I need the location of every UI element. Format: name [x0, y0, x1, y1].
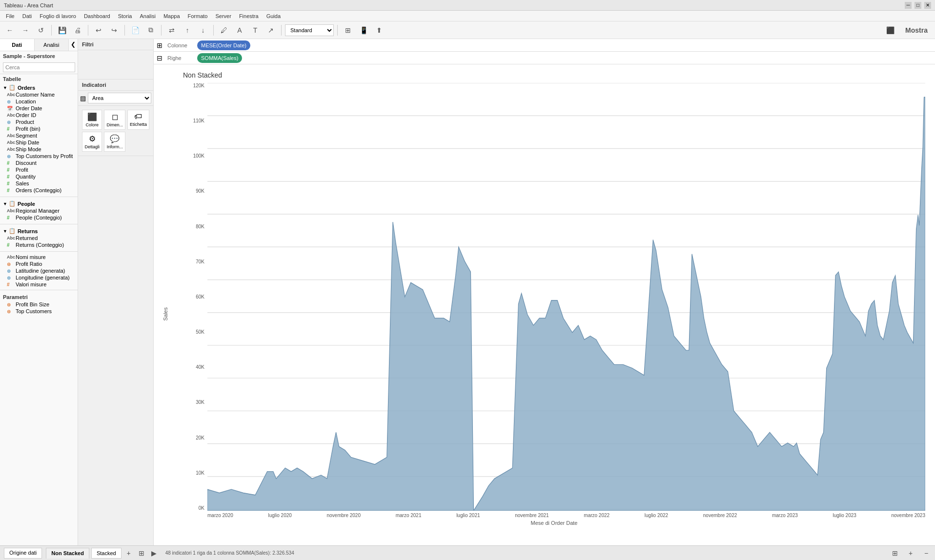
- dimensione-button[interactable]: ◻ Dimen...: [104, 110, 125, 130]
- fit-button[interactable]: ⊞: [341, 23, 355, 37]
- param-icon: ⊛: [7, 302, 14, 307]
- field-order-id[interactable]: Abc Order ID: [0, 112, 78, 119]
- divider-1: [0, 197, 78, 197]
- field-returns-count[interactable]: # Returns (Conteggio): [0, 241, 78, 248]
- zoom-out-button[interactable]: −: [919, 546, 933, 560]
- field-sales[interactable]: # Sales: [0, 180, 78, 187]
- redo-button[interactable]: ↪: [107, 23, 121, 37]
- dettagli-button[interactable]: ⚙ Dettagli: [82, 132, 102, 152]
- date-icon: 📅: [7, 106, 14, 111]
- menu-file[interactable]: File: [2, 12, 19, 20]
- field-profit-bin[interactable]: # Profit (bin): [0, 125, 78, 132]
- menu-guida[interactable]: Guida: [263, 12, 285, 20]
- back-button[interactable]: ←: [3, 23, 17, 37]
- menu-foglio[interactable]: Foglio di lavoro: [36, 12, 80, 20]
- menu-storia[interactable]: Storia: [114, 12, 136, 20]
- field-latitudine[interactable]: ⊕ Latitudine (generata): [0, 267, 78, 274]
- field-customer-name[interactable]: Abc Customer Name: [0, 91, 78, 98]
- swap-button[interactable]: ⇄: [165, 23, 179, 37]
- mark-type-dropdown[interactable]: Area: [88, 93, 151, 103]
- menu-finestra[interactable]: Finestra: [235, 12, 263, 20]
- field-ship-mode[interactable]: Abc Ship Mode: [0, 146, 78, 153]
- save-button[interactable]: 💾: [55, 23, 69, 37]
- y-tick: 90K: [196, 188, 204, 194]
- field-regional-manager[interactable]: Abc Regional Manager: [0, 207, 78, 214]
- colore-button[interactable]: ⬛ Colore: [82, 110, 102, 130]
- view-dropdown[interactable]: Standard: [285, 24, 334, 36]
- rows-pill[interactable]: SOMMA(Sales): [197, 53, 242, 63]
- share-button[interactable]: ⬆: [372, 23, 386, 37]
- field-valori-misure[interactable]: # Valori misure: [0, 281, 78, 288]
- x-tick: novembre 2021: [515, 513, 549, 518]
- sheet-tab-non-stacked[interactable]: Non Stacked: [46, 548, 89, 559]
- duplicate-button[interactable]: ⧉: [144, 23, 158, 37]
- field-profit[interactable]: # Profit: [0, 166, 78, 173]
- refresh-button[interactable]: ↺: [34, 23, 48, 37]
- x-axis-title: Mese di Order Date: [183, 518, 925, 526]
- menu-dati[interactable]: Dati: [19, 12, 36, 20]
- orders-group-header[interactable]: ▼ 📋 Orders: [0, 84, 78, 91]
- field-label: Order Date: [16, 105, 75, 111]
- menu-analisi[interactable]: Analisi: [136, 12, 159, 20]
- field-orders-count[interactable]: # Orders (Conteggio): [0, 187, 78, 194]
- sort-asc-button[interactable]: ↑: [181, 23, 194, 37]
- etichetta-button[interactable]: 🏷 Etichetta: [127, 110, 149, 130]
- tab-dati[interactable]: Dati: [0, 39, 35, 51]
- menu-dashboard[interactable]: Dashboard: [80, 12, 114, 20]
- field-segment[interactable]: Abc Segment: [0, 132, 78, 139]
- field-location[interactable]: ⊕ Location: [0, 98, 78, 105]
- pointer-button[interactable]: ↗: [264, 23, 278, 37]
- sidebar-collapse-button[interactable]: ❮: [69, 39, 78, 51]
- device-button[interactable]: 📱: [357, 23, 370, 37]
- text-button[interactable]: T: [248, 23, 262, 37]
- print-button[interactable]: 🖨: [71, 23, 84, 37]
- sheet-tab-stacked[interactable]: Stacked: [91, 548, 122, 559]
- add-sheet-button[interactable]: +: [123, 548, 134, 559]
- tab-analisi[interactable]: Analisi: [35, 39, 69, 51]
- field-quantity[interactable]: # Quantity: [0, 173, 78, 180]
- field-profit-bin-size[interactable]: ⊛ Profit Bin Size: [0, 301, 78, 308]
- menu-mappa[interactable]: Mappa: [160, 12, 184, 20]
- field-top-customers-param[interactable]: ⊛ Top Customers: [0, 308, 78, 315]
- zoom-fit-button[interactable]: ⊞: [888, 546, 902, 560]
- field-people-count[interactable]: # People (Conteggio): [0, 214, 78, 221]
- field-profit-ratio[interactable]: ⊛ Profit Ratio: [0, 260, 78, 267]
- show-button[interactable]: Mostra: [901, 23, 932, 37]
- field-product[interactable]: ⊕ Product: [0, 119, 78, 125]
- x-tick: marzo 2022: [584, 513, 610, 518]
- field-ship-date[interactable]: Abc Ship Date: [0, 139, 78, 146]
- field-nomi-misure[interactable]: Abc Nomi misure: [0, 254, 78, 260]
- source-tab[interactable]: Origine dati: [4, 548, 42, 559]
- sort-desc-button[interactable]: ↓: [196, 23, 210, 37]
- minimize-button[interactable]: ─: [905, 2, 912, 9]
- field-discount[interactable]: # Discount: [0, 160, 78, 166]
- field-order-date[interactable]: 📅 Order Date: [0, 105, 78, 112]
- field-returned[interactable]: Abc Returned: [0, 235, 78, 241]
- maximize-button[interactable]: □: [915, 2, 921, 9]
- geo-icon: ⊕: [7, 268, 14, 274]
- presentation-button[interactable]: ⬛: [882, 23, 899, 37]
- new-sheet-button[interactable]: 📄: [128, 23, 142, 37]
- abc-icon: Abc: [7, 140, 14, 145]
- film-button[interactable]: ▶: [149, 548, 160, 559]
- people-group-header[interactable]: ▼ 📋 People: [0, 200, 78, 207]
- zoom-in-button[interactable]: +: [904, 546, 917, 560]
- undo-button[interactable]: ↩: [92, 23, 105, 37]
- highlight-button[interactable]: 🖊: [217, 23, 231, 37]
- window-controls: ─ □ ✕: [905, 2, 931, 9]
- annotate-button[interactable]: A: [233, 23, 246, 37]
- forward-button[interactable]: →: [19, 23, 32, 37]
- search-input[interactable]: [3, 62, 75, 72]
- field-longitudine[interactable]: ⊕ Longitudine (generata): [0, 274, 78, 281]
- close-button[interactable]: ✕: [924, 2, 931, 9]
- tooltip-icon: 💬: [110, 134, 120, 143]
- returns-group-header[interactable]: ▼ 📋 Returns: [0, 227, 78, 235]
- grid-button[interactable]: ⊞: [136, 548, 147, 559]
- y-tick: 110K: [193, 118, 204, 123]
- columns-pill[interactable]: MESE(Order Date): [197, 40, 250, 50]
- field-top-customers[interactable]: ⊕ Top Customers by Profit: [0, 153, 78, 160]
- menu-server[interactable]: Server: [211, 12, 235, 20]
- field-label: Regional Manager: [16, 208, 75, 214]
- informazioni-button[interactable]: 💬 Inform...: [104, 132, 125, 152]
- menu-formato[interactable]: Formato: [184, 12, 212, 20]
